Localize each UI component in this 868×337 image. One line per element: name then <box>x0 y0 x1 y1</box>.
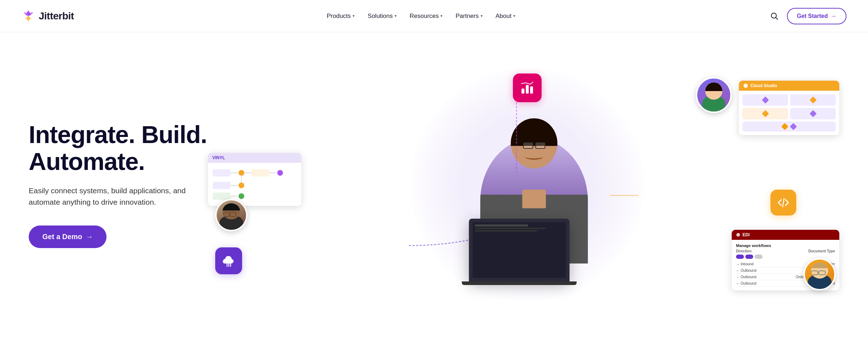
cloud-icon <box>221 253 236 269</box>
nav-item-about[interactable]: About ▾ <box>491 10 520 23</box>
hero-title: Integrate. Build. Automate. <box>29 121 208 175</box>
avatar-woman <box>696 77 732 113</box>
studio-block <box>790 94 836 106</box>
svg-point-16 <box>239 182 244 188</box>
studio-title: Cloud Studio <box>750 83 777 88</box>
search-button[interactable] <box>768 10 780 22</box>
edi-col1: Direction <box>736 249 751 253</box>
svg-rect-4 <box>530 86 533 94</box>
svg-rect-7 <box>213 169 231 176</box>
laptop <box>469 219 570 281</box>
edi-title: EDI <box>742 232 750 237</box>
studio-block <box>790 108 836 119</box>
arrow-icon: → <box>86 233 93 241</box>
chevron-down-icon: ▾ <box>481 14 483 18</box>
avatar-man-left <box>215 199 247 231</box>
nav-item-solutions[interactable]: Solutions ▾ <box>363 10 402 23</box>
vinyl-flow-diagram <box>211 166 297 201</box>
code-icon-card <box>770 190 796 215</box>
edi-section-label: Manage workflows <box>736 243 835 248</box>
nav-item-partners[interactable]: Partners ▾ <box>450 10 487 23</box>
navbar: Jitterbit Products ▾ Solutions ▾ Resourc… <box>0 0 868 32</box>
chevron-down-icon: ▾ <box>440 14 443 18</box>
svg-rect-17 <box>213 193 231 200</box>
brand-name: Jitterbit <box>39 10 74 22</box>
get-started-button[interactable]: Get Started → <box>787 8 846 24</box>
studio-logo-icon <box>743 83 748 88</box>
cloud-icon-card <box>215 247 242 274</box>
logo[interactable]: Jitterbit <box>22 9 74 23</box>
edi-col2: Document Type <box>808 249 835 253</box>
svg-rect-14 <box>213 182 231 189</box>
hero-section: Integrate. Build. Automate. Easily conne… <box>0 32 868 337</box>
svg-point-19 <box>239 193 244 199</box>
avatar-man-right <box>803 258 836 290</box>
svg-rect-2 <box>522 89 524 94</box>
svg-point-9 <box>239 170 244 176</box>
hero-content: Integrate. Build. Automate. Easily conne… <box>29 121 208 248</box>
svg-line-1 <box>776 18 778 19</box>
svg-point-5 <box>744 84 748 88</box>
hero-illustration: Cloud Studio EDI <box>208 59 846 310</box>
svg-point-13 <box>277 170 283 176</box>
nav-actions: Get Started → <box>768 8 846 24</box>
nav-menu: Products ▾ Solutions ▾ Resources ▾ Partn… <box>322 10 520 23</box>
studio-block <box>742 108 788 119</box>
chart-icon-card <box>513 73 542 102</box>
svg-point-6 <box>736 233 740 237</box>
studio-block <box>742 94 788 106</box>
search-icon <box>770 12 778 20</box>
nav-item-resources[interactable]: Resources ▾ <box>405 10 448 23</box>
hero-subtitle: Easily connect systems, build applicatio… <box>29 185 187 208</box>
cloud-studio-card: Cloud Studio <box>739 81 839 135</box>
nav-item-products[interactable]: Products ▾ <box>322 10 360 23</box>
chevron-down-icon: ▾ <box>513 14 515 18</box>
jitterbit-logo-icon <box>22 9 35 23</box>
vinyl-card: VINYL <box>208 153 301 206</box>
vinyl-title: VINYL <box>208 153 301 163</box>
studio-block <box>742 122 836 132</box>
arrow-icon: → <box>831 13 836 19</box>
code-icon <box>776 195 791 210</box>
chevron-down-icon: ▾ <box>395 14 397 18</box>
bar-chart-icon <box>519 80 535 96</box>
demo-button[interactable]: Get a Demo → <box>29 226 107 248</box>
chevron-down-icon: ▾ <box>353 14 355 18</box>
svg-rect-3 <box>526 85 529 94</box>
svg-rect-11 <box>251 169 269 176</box>
edi-logo-icon <box>736 233 740 237</box>
